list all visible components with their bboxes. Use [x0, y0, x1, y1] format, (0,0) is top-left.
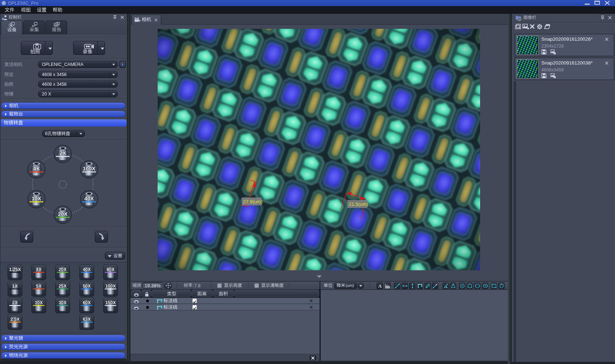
- svg-text:100X: 100X: [105, 284, 116, 289]
- svg-text:1X: 1X: [12, 284, 18, 289]
- svg-text:5X: 5X: [36, 284, 41, 289]
- svg-text:2X: 2X: [12, 300, 18, 305]
- svg-text:63X: 63X: [83, 317, 91, 322]
- svg-text:100X: 100X: [83, 165, 95, 172]
- svg-text:50X: 50X: [83, 284, 91, 289]
- svg-text:21.5(um): 21.5(um): [349, 201, 368, 207]
- svg-text:2.5X: 2.5X: [10, 317, 19, 322]
- svg-text:A: A: [378, 283, 382, 289]
- svg-text:20X: 20X: [58, 267, 67, 272]
- svg-text:80X: 80X: [106, 267, 115, 272]
- svg-text:10X: 10X: [32, 195, 41, 201]
- svg-text:10X: 10X: [35, 300, 43, 305]
- svg-text:2X: 2X: [60, 150, 66, 156]
- svg-text:25X: 25X: [58, 284, 67, 289]
- svg-text:4X: 4X: [36, 267, 41, 272]
- svg-text:40X: 40X: [84, 195, 94, 201]
- svg-text:60X: 60X: [83, 300, 91, 305]
- svg-text:150X: 150X: [105, 300, 116, 305]
- svg-text:40X: 40X: [83, 267, 91, 272]
- svg-text:1.25X: 1.25X: [9, 267, 21, 272]
- svg-text:4X: 4X: [33, 165, 40, 172]
- svg-text:20X: 20X: [58, 211, 68, 217]
- svg-text:27.9(um): 27.9(um): [243, 199, 263, 204]
- svg-text:30X: 30X: [58, 300, 67, 305]
